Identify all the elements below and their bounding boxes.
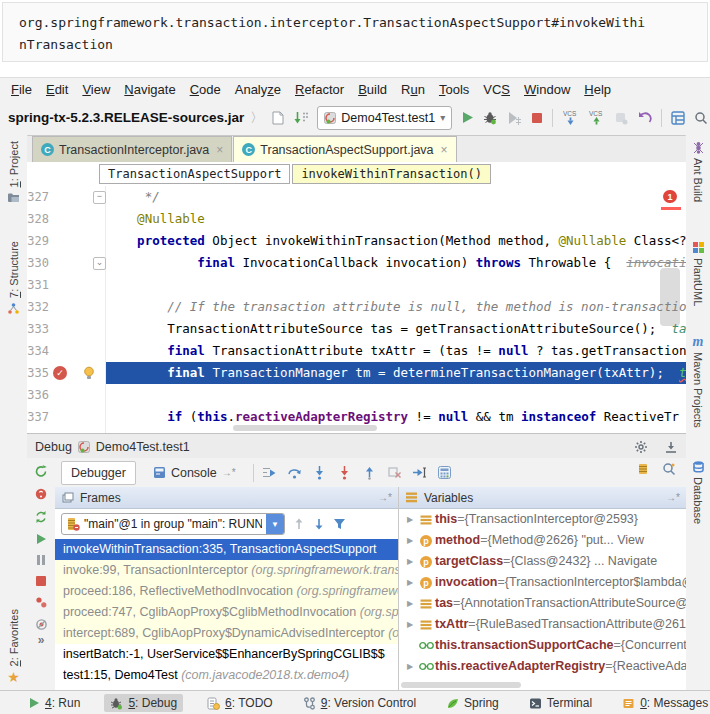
rollback-button[interactable] <box>637 111 652 125</box>
statusbar-item-5-debug[interactable]: 5: Debug <box>104 694 183 712</box>
line-number[interactable]: 327 <box>27 186 49 208</box>
menu-tools[interactable]: Tools <box>432 82 476 97</box>
line-number[interactable]: 330 <box>27 252 49 274</box>
evaluate-expression-button[interactable] <box>437 465 452 480</box>
line-number[interactable]: 335 <box>27 362 49 384</box>
variable-row[interactable]: this.transactionSupportCache = {Concurre… <box>399 635 686 656</box>
pin-icon[interactable]: →* <box>378 492 392 503</box>
stack-frame-row[interactable]: test1:15, Demo4Test (com.javacode2018.tx… <box>55 665 398 686</box>
variable-row[interactable]: ▶this = {TransactionInterceptor@2593} <box>399 509 686 530</box>
search-everywhere-button[interactable] <box>694 111 708 125</box>
stack-frame-row[interactable]: proceed:186, ReflectiveMethodInvocation … <box>55 581 398 602</box>
line-number[interactable]: 329 <box>27 230 49 252</box>
tool-window-button-7-structure[interactable]: 7: Structure <box>0 241 27 315</box>
line-number[interactable]: 334 <box>27 340 49 362</box>
stack-frame-row[interactable]: proceed:747, CglibAopProxy$CglibMethodIn… <box>55 602 398 623</box>
line-number[interactable]: 331 <box>27 274 49 296</box>
dump-threads-button[interactable] <box>636 462 650 476</box>
menu-build[interactable]: Build <box>351 82 394 97</box>
project-structure-button[interactable] <box>671 111 685 125</box>
chevron-down-icon[interactable]: ▼ <box>266 514 284 534</box>
tool-window-button-maven-projects[interactable]: mMaven Projects <box>686 335 710 428</box>
statusbar-item-6-todo[interactable]: 6: TODO <box>201 694 279 712</box>
stack-frame-row[interactable]: insertBatch:-1, UserService$$EnhancerByS… <box>55 644 398 665</box>
variable-row[interactable]: ▶this.reactiveAdapterRegistry = {Reactiv… <box>399 656 686 677</box>
artifact-breadcrumb[interactable]: spring-tx-5.2.3.RELEASE-sources.jar <box>8 110 244 125</box>
code-editor[interactable]: 327− */328 @Nullable329 protected Object… <box>27 186 686 433</box>
download-sources-icon[interactable] <box>293 111 308 125</box>
variable-row[interactable]: ▶pmethod = {Method@2626} "put... View <box>399 530 686 551</box>
debug-panel-header[interactable]: Debug Demo4Test.test1 <box>27 433 686 460</box>
statusbar-item-4-run[interactable]: 4: Run <box>22 694 86 712</box>
error-indicator[interactable]: 1 <box>663 190 677 203</box>
expand-arrow-icon[interactable]: ▶ <box>403 614 417 635</box>
hide-panel-icon[interactable] <box>664 440 678 454</box>
pause-button[interactable] <box>35 554 47 566</box>
stack-frame-row[interactable]: invokeWithinTransaction:335, Transaction… <box>55 539 398 560</box>
stack-frame-row[interactable]: invoke:99, TransactionInterceptor (org.s… <box>55 560 398 581</box>
menu-code[interactable]: Code <box>183 82 228 97</box>
breakpoint-icon[interactable]: ✓ <box>53 366 67 380</box>
menu-help[interactable]: Help <box>577 82 618 97</box>
variable-row[interactable]: ▶ptargetClass = {Class@2432} ... Navigat… <box>399 551 686 572</box>
filter-frames-icon[interactable] <box>333 518 346 530</box>
menu-navigate[interactable]: Navigate <box>117 82 182 97</box>
tool-window-button-1-project[interactable]: 1: Project <box>0 141 27 204</box>
error-stripe-mark[interactable] <box>661 207 681 210</box>
expand-arrow-icon[interactable]: ▶ <box>403 551 417 572</box>
expand-arrow-icon[interactable]: ▶ <box>403 572 417 593</box>
menu-analyze[interactable]: Analyze <box>228 82 288 97</box>
variable-row[interactable]: ▶tas = {AnnotationTransactionAttributeSo… <box>399 593 686 614</box>
menu-vcs[interactable]: VCS <box>476 82 517 97</box>
drop-frame-button[interactable] <box>387 465 402 480</box>
breadcrumb-invokewithintransaction[interactable]: invokeWithinTransaction() <box>292 164 491 184</box>
hotswap-button[interactable] <box>34 487 48 501</box>
line-number[interactable]: 333 <box>27 318 49 340</box>
expand-arrow-icon[interactable]: ▶ <box>403 593 417 614</box>
step-into-button[interactable] <box>312 465 327 480</box>
vertical-scrollbar[interactable] <box>660 268 680 326</box>
code-line-332[interactable]: 332 // If the transaction attribute is n… <box>27 296 686 318</box>
breadcrumb-transactionaspectsupport[interactable]: TransactionAspectSupport <box>99 164 290 184</box>
stop-button[interactable] <box>531 112 543 124</box>
show-execution-point-button[interactable] <box>262 465 277 480</box>
code-line-330[interactable]: 330⌄ final InvocationCallback invocation… <box>27 252 686 274</box>
code-line-336[interactable]: 336 <box>27 384 686 406</box>
expand-arrow-icon[interactable]: ▶ <box>403 509 417 530</box>
pin-icon[interactable]: →* <box>666 492 680 503</box>
code-line-329[interactable]: 329 protected Object invokeWithinTransac… <box>27 230 686 252</box>
run-to-cursor-button[interactable] <box>412 465 427 480</box>
statusbar-item-spring[interactable]: Spring <box>440 694 505 712</box>
run-with-coverage-button[interactable] <box>507 111 522 125</box>
statusbar-item-terminal[interactable]: Terminal <box>523 694 598 712</box>
menu-window[interactable]: Window <box>517 82 577 97</box>
tool-window-button-database[interactable]: Database <box>686 460 710 524</box>
frame-up-icon[interactable] <box>293 518 305 530</box>
code-line-331[interactable]: 331 <box>27 274 686 296</box>
editor-tab-transactionaspectsupport-java[interactable]: CTransactionAspectSupport.java× <box>233 136 456 162</box>
variable-row[interactable]: ▶pinvocation = {TransactionInterceptor$l… <box>399 572 686 593</box>
step-out-button[interactable] <box>362 465 377 480</box>
menu-view[interactable]: View <box>75 82 117 97</box>
gear-icon[interactable] <box>634 440 648 454</box>
line-number[interactable]: 337 <box>27 406 49 428</box>
line-number[interactable]: 328 <box>27 208 49 230</box>
code-line-327[interactable]: 327− */ <box>27 186 686 208</box>
vcs-update-button[interactable]: VCS <box>562 110 579 126</box>
code-line-328[interactable]: 328 @Nullable <box>27 208 686 230</box>
vcs-commit-button[interactable]: VCS <box>588 110 605 126</box>
editor-tab-transactioninterceptor-java[interactable]: CTransactionInterceptor.java× <box>32 136 232 162</box>
stop-button[interactable] <box>35 575 47 587</box>
search-button[interactable] <box>662 462 676 476</box>
horizontal-scrollbar[interactable] <box>401 682 521 688</box>
view-breakpoints-button[interactable] <box>35 596 48 609</box>
force-step-into-button[interactable] <box>337 465 352 480</box>
step-over-button[interactable] <box>287 465 302 480</box>
close-icon[interactable]: × <box>216 143 223 157</box>
mute-breakpoints-button[interactable] <box>35 618 48 631</box>
debug-button[interactable] <box>483 111 498 125</box>
statusbar-item-0-messages[interactable]: 0: Messages <box>616 694 710 712</box>
frame-down-icon[interactable] <box>313 518 325 530</box>
close-icon[interactable]: × <box>441 143 448 157</box>
code-line-334[interactable]: 334 final TransactionAttribute txAttr = … <box>27 340 686 362</box>
